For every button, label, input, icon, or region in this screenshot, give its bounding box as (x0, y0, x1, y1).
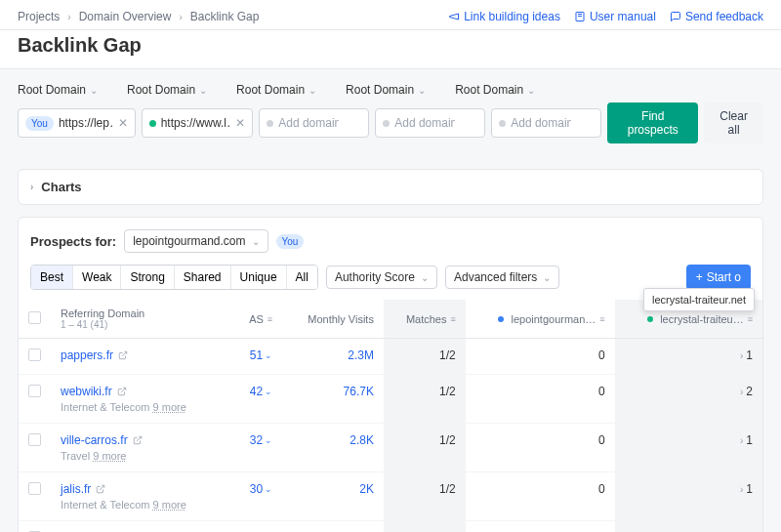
domain-input-4[interactable] (375, 108, 485, 138)
authority-score-filter[interactable]: Authority Score⌄ (326, 266, 437, 289)
root-domain-selector-1[interactable]: Root Domain⌄ (18, 83, 98, 97)
you-badge: You (276, 234, 305, 249)
breadcrumb: Projects › Domain Overview › Backlink Ga… (18, 10, 448, 23)
competitor-1-value: 0 (466, 424, 615, 472)
authority-score-value[interactable]: 42⌄ (250, 385, 272, 398)
authority-score-value[interactable]: 51⌄ (250, 348, 272, 362)
table-row: webwiki.fr Internet & Telecom 9 more 42⌄… (19, 375, 762, 424)
svg-line-5 (137, 436, 142, 441)
chevron-down-icon: ⌄ (90, 85, 98, 96)
competitor-1-value: 0 (466, 375, 615, 424)
domain-input-1[interactable]: Youhttps://lep…✕ (18, 108, 136, 138)
prospects-domain-dropdown[interactable]: lepointgourmand.com⌄ (124, 229, 267, 253)
chevron-right-icon: › (30, 182, 33, 192)
row-checkbox[interactable] (28, 385, 41, 397)
row-checkbox[interactable] (28, 433, 41, 446)
page-title: Backlink Gap (0, 30, 781, 69)
monthly-visits-value[interactable]: 2.8K (349, 433, 374, 447)
svg-line-4 (121, 388, 126, 392)
chevron-right-icon: › (740, 484, 743, 495)
you-badge: You (25, 116, 54, 131)
chevron-down-icon: ⌄ (252, 236, 260, 247)
crumb-overview[interactable]: Domain Overview (79, 10, 172, 23)
advanced-filters[interactable]: Advanced filters⌄ (445, 266, 559, 289)
row-checkbox[interactable] (28, 348, 41, 361)
chevron-down-icon: ⌄ (543, 272, 551, 283)
segment-strong[interactable]: Strong (121, 266, 174, 289)
send-feedback[interactable]: Send feedback (670, 10, 763, 23)
competitor-2-value[interactable]: ›1 (615, 521, 762, 533)
crumb-projects[interactable]: Projects (18, 10, 60, 23)
domain-input-2[interactable]: https://www.l…✕ (142, 108, 254, 138)
monthly-visits-value[interactable]: 2K (359, 482, 374, 496)
link-building-ideas[interactable]: Link building ideas (448, 10, 560, 23)
sort-icon: ≡ (748, 314, 753, 324)
add-domain-field[interactable] (278, 116, 339, 130)
authority-score-value[interactable]: 30⌄ (250, 482, 272, 496)
table-row: lesalondumariage.com 27⌄ 3.2K 1/2 0 ›1 (19, 521, 762, 533)
sort-icon: ≡ (450, 314, 455, 324)
referring-domain-link[interactable]: jalis.fr (61, 482, 105, 496)
table-row: jalis.fr Internet & Telecom 9 more 30⌄ 2… (19, 472, 762, 521)
segment-best[interactable]: Best (31, 266, 73, 289)
dot-icon (498, 316, 504, 322)
root-domain-selector-3[interactable]: Root Domain⌄ (236, 83, 316, 97)
authority-score-value[interactable]: 32⌄ (250, 433, 272, 447)
select-all-checkbox[interactable] (28, 311, 41, 324)
chevron-down-icon: ⌄ (265, 387, 272, 396)
charts-toggle[interactable]: › Charts (19, 170, 762, 204)
table-row: ville-carros.fr Travel 9 more 32⌄ 2.8K 1… (19, 424, 762, 472)
root-domain-selector-4[interactable]: Root Domain⌄ (346, 83, 426, 97)
add-domain-field[interactable] (511, 116, 571, 130)
col-referring-domain[interactable]: Referring Domain1 – 41 (41) (51, 300, 231, 339)
clear-all-button[interactable]: Clear all (704, 102, 763, 143)
referring-domain-link[interactable]: webwiki.fr (61, 385, 127, 398)
referring-domain-link[interactable]: ville-carros.fr (61, 433, 143, 447)
domain-input-5[interactable] (491, 108, 601, 138)
find-prospects-button[interactable]: Find prospects (607, 102, 698, 143)
segment-unique[interactable]: Unique (231, 266, 287, 289)
row-checkbox[interactable] (28, 482, 41, 495)
col-competitor-1[interactable]: lepointgourman…≡ (466, 300, 615, 339)
close-icon[interactable]: ✕ (118, 116, 128, 130)
competitor-2-value[interactable]: ›1 (615, 339, 762, 375)
start-outreach-button[interactable]: +Start o (686, 265, 751, 290)
domain-category: Internet & Telecom 9 more (61, 401, 222, 413)
chevron-right-icon: › (740, 350, 743, 361)
sort-icon: ≡ (599, 314, 604, 324)
chevron-down-icon: ⌄ (265, 484, 272, 494)
matches-value: 1/2 (384, 472, 466, 521)
competitor-1-value: 0 (466, 339, 615, 375)
monthly-visits-value[interactable]: 2.3M (348, 348, 374, 362)
segment-all[interactable]: All (287, 266, 317, 289)
svg-line-6 (101, 485, 105, 490)
prospects-label: Prospects for: (30, 234, 116, 249)
col-visits[interactable]: Monthly Visits (282, 300, 384, 339)
sort-icon: ≡ (267, 314, 272, 324)
matches-value: 1/2 (384, 375, 466, 424)
crumb-current[interactable]: Backlink Gap (190, 10, 260, 23)
segment-shared[interactable]: Shared (175, 266, 231, 289)
domain-category: Internet & Telecom 9 more (61, 499, 222, 511)
close-icon[interactable]: ✕ (235, 116, 245, 130)
segment-weak[interactable]: Weak (73, 266, 121, 289)
referring-domain-link[interactable]: pappers.fr (61, 348, 128, 362)
root-domain-selector-2[interactable]: Root Domain⌄ (127, 83, 207, 97)
dot-icon (499, 120, 506, 127)
chat-icon (670, 11, 681, 22)
col-matches[interactable]: Matches≡ (384, 300, 466, 339)
chevron-down-icon: ⌄ (527, 85, 535, 96)
user-manual[interactable]: User manual (574, 10, 656, 23)
matches-value: 1/2 (384, 424, 466, 472)
matches-value: 1/2 (384, 339, 466, 375)
competitor-2-value[interactable]: ›2 (615, 375, 762, 424)
domain-input-3[interactable] (259, 108, 369, 138)
chevron-right-icon: › (179, 12, 182, 22)
plus-icon: + (696, 270, 703, 284)
add-domain-field[interactable] (394, 116, 455, 130)
competitor-2-value[interactable]: ›1 (615, 424, 762, 472)
root-domain-selector-5[interactable]: Root Domain⌄ (455, 83, 535, 97)
col-as[interactable]: AS≡ (231, 300, 282, 339)
competitor-2-value[interactable]: ›1 (615, 472, 762, 521)
monthly-visits-value[interactable]: 76.7K (344, 385, 374, 398)
